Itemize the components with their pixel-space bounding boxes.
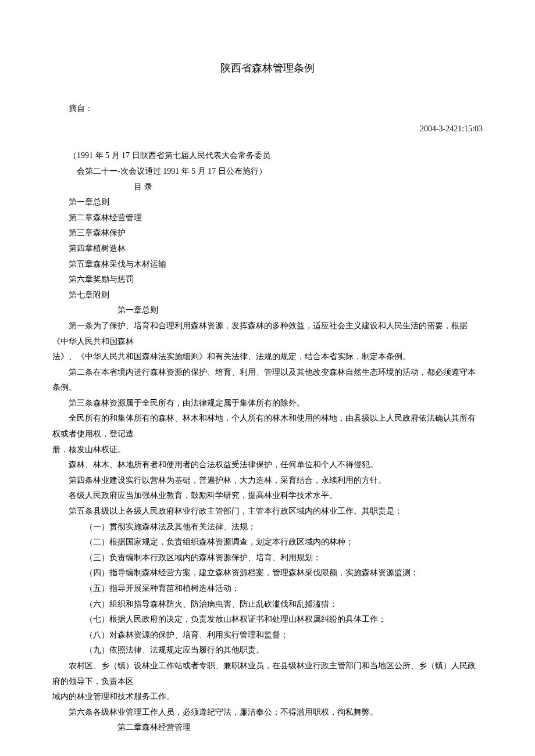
- enactment-line-2: 会第二十一-次会议通过 1991 年 5 月 17 日公布施行）: [77, 164, 483, 180]
- toc-item: 第五章森林采伐与木材运输: [69, 257, 483, 273]
- list-item: （七）根据人民政府的决定，负责发放山林权证书和处理山林权属纠纷的具体工作；: [85, 612, 483, 628]
- article-text: 域内的林业管理和技术服务工作。: [52, 689, 483, 705]
- chapter-heading: 第二章森林经营管理: [117, 720, 483, 736]
- article-text: 各级人民政府应当加强林业教育，鼓励科学研究，提高林业科学技术水平。: [52, 488, 483, 504]
- article-text: 第五条县级以上各级人民政府林业行政主管部门，主管本行政区域内的林业工作。其职责是…: [52, 504, 483, 519]
- list-item: （二）根据国家规定，负责组织森林资源调查，划定本行政区域内的林种；: [85, 535, 483, 550]
- article-text: 册，核发山林权证。: [52, 442, 483, 458]
- document-title: 陕西省森林管理条例: [52, 58, 483, 78]
- article-text: 第四条林业建设实行以营林为基础，普遍护林，大力造林，采育结合，永续利用的方针。: [52, 473, 483, 489]
- article-text: 第二条在本省境内进行森林资源的保护、培育、利用、管理以及其他改变森林自然生态环境…: [52, 365, 483, 396]
- list-item: （一）贯彻实施森林法及其他有关法律、法规；: [85, 519, 483, 535]
- article-text: 森林、林木、林地所有者和使用者的合法权益受法律保护，任何单位和个人不得侵犯。: [52, 457, 483, 473]
- article-text: 第六条各级林业管理工作人员，必须遵纪守法，廉洁奉公；不得滥用职权，徇私舞弊。: [52, 705, 483, 721]
- article-text: 第一条为了保护、培育和合理利用森林资源，发挥森林的多种效益，适应社会主义建设和人…: [52, 318, 483, 349]
- toc-item: 第七章附则: [69, 288, 483, 303]
- article-text: 第三条森林资源属于全民所有，由法律规定属于集体所有的除外。: [52, 396, 483, 411]
- enactment-line-1: （1991 年 5 月 17 日陕西省第七届人民代表大会常务委员: [69, 148, 483, 164]
- chapter-heading: 第一章总则: [117, 303, 483, 318]
- article-text: 法》、《中华人民共和国森林法实施细则》和有关法律、法规的规定，结合本省实际，制定…: [52, 349, 483, 365]
- list-item: （三）负责编制本行政区域内的森林资源保护、培育、利用规划；: [85, 550, 483, 566]
- toc-item: 第二章森林经营管理: [69, 210, 483, 226]
- toc-item: 第一章总则: [69, 195, 483, 210]
- list-item: （八）对森林资源的保护、培育、利用实行管理和监督；: [85, 628, 483, 643]
- toc-item: 第六章奖励与惩罚: [69, 272, 483, 288]
- toc-item: 第三章森林保护: [69, 225, 483, 241]
- toc-item: 第四章植树造林: [69, 241, 483, 257]
- toc-label: 目 录: [134, 180, 483, 195]
- source-label: 摘自：: [69, 101, 483, 117]
- list-item: （四）指导编制森林经营方案，建立森林资源档案，管理森林采伐限额，实施森林资源监测…: [85, 565, 483, 581]
- article-text: 全民所有的和集体所有的森林、林木和林地，个人所有的林木和使用的林地，由县级以上人…: [52, 411, 483, 442]
- list-item: （六）组织和指导森林防火、防治病虫害、防止乱砍滥伐和乱捕滥猎；: [85, 597, 483, 612]
- list-item: （五）指导开展采种育苗和植树造林活动；: [85, 581, 483, 597]
- article-text: 农村区、乡（镇）设林业工作站或者专职、兼职林业员，在县级林业行政主管部门和当地区…: [52, 658, 483, 689]
- timestamp: 2004-3-2421:15:03: [52, 121, 483, 137]
- list-item: （九）依照法律、法规规定应当履行的其他职责。: [85, 643, 483, 658]
